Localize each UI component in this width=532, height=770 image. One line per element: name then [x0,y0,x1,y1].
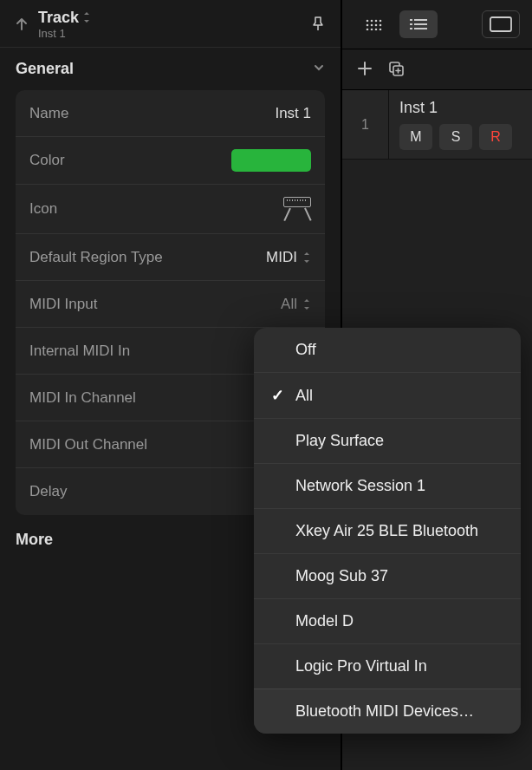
pin-icon[interactable] [309,15,328,34]
midi-input-menu: Off ✓ All Play Surface Network Session 1… [254,328,521,734]
updown-icon [302,251,311,264]
inspector-subtitle: Inst 1 [38,27,309,40]
track-number: 1 [342,90,389,159]
mute-button[interactable]: M [399,124,432,150]
svg-point-1 [371,20,373,23]
inspector-title[interactable]: Track [38,9,79,27]
svg-point-6 [375,24,378,27]
svg-point-3 [380,20,382,23]
check-icon: ✓ [269,386,285,405]
svg-rect-15 [414,23,427,25]
track-row[interactable]: 1 Inst 1 M S R [342,90,532,160]
section-general-header[interactable]: General [0,48,341,90]
prop-region-type-value: MIDI [266,249,297,266]
svg-point-5 [371,24,373,27]
updown-icon[interactable] [82,11,91,25]
svg-point-10 [375,29,378,30]
prop-midi-input-value: All [281,296,297,313]
svg-rect-13 [414,19,427,21]
svg-rect-14 [410,23,412,25]
prop-color[interactable]: Color [16,137,325,185]
svg-rect-18 [490,17,511,31]
view-toolbar [342,0,532,49]
svg-point-11 [380,29,382,30]
chevron-down-icon [313,62,325,76]
add-track-button[interactable] [356,60,375,79]
prop-name-value: Inst 1 [275,105,311,122]
menu-item-logic-virtual[interactable]: Logic Pro Virtual In [254,644,521,689]
svg-rect-17 [414,28,427,29]
menu-item-xkey[interactable]: Xkey Air 25 BLE Bluetooth [254,509,521,554]
svg-point-9 [371,29,373,30]
prop-midi-input[interactable]: MIDI Input All [16,281,325,328]
menu-item-bluetooth-devices[interactable]: Bluetooth MIDI Devices… [254,689,521,734]
color-swatch[interactable] [231,149,311,172]
menu-item-off[interactable]: Off [254,328,521,373]
keyboard-stand-icon [283,197,311,221]
list-view-button[interactable] [399,10,438,38]
single-view-button[interactable] [482,10,520,38]
svg-rect-16 [410,28,412,29]
track-actions-bar [342,49,532,90]
svg-point-0 [367,20,369,23]
menu-item-play-surface[interactable]: Play Surface [254,419,521,464]
menu-item-model-d[interactable]: Model D [254,599,521,644]
menu-item-moog[interactable]: Moog Sub 37 [254,554,521,599]
prop-icon[interactable]: Icon [16,185,325,234]
back-arrow-icon[interactable] [12,15,31,34]
menu-item-network-session[interactable]: Network Session 1 [254,464,521,509]
record-button[interactable]: R [479,124,512,150]
updown-icon [302,298,311,310]
svg-point-4 [367,24,369,27]
grid-view-button[interactable] [354,10,393,38]
menu-item-all[interactable]: ✓ All [254,373,521,419]
svg-point-2 [375,20,378,23]
track-name: Inst 1 [399,99,522,117]
svg-rect-12 [410,19,412,21]
solo-button[interactable]: S [439,124,472,150]
duplicate-track-button[interactable] [387,60,406,79]
svg-point-7 [380,24,382,27]
svg-point-8 [367,29,369,30]
prop-name[interactable]: Name Inst 1 [16,90,325,137]
section-title: General [16,60,74,78]
prop-region-type[interactable]: Default Region Type MIDI [16,234,325,281]
